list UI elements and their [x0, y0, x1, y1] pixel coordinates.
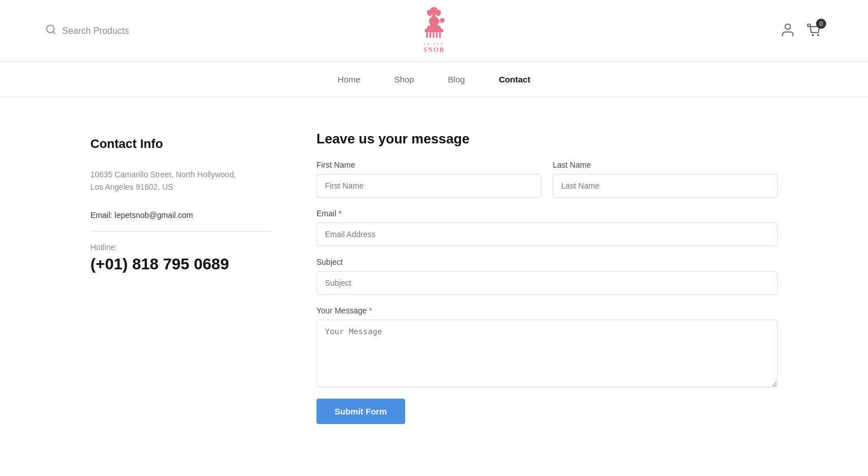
svg-rect-12 [436, 32, 437, 38]
contact-divider [90, 231, 271, 232]
contact-info-section: Contact Info 10635 Camarillo Street, Nor… [90, 131, 271, 424]
nav-shop[interactable]: Shop [394, 72, 414, 86]
subject-group: Subject [316, 257, 778, 295]
search-icon[interactable] [45, 24, 57, 38]
form-title: Leave us your message [316, 131, 778, 147]
subject-input[interactable] [316, 271, 778, 295]
message-textarea[interactable] [316, 320, 778, 387]
contact-info-title: Contact Info [90, 137, 271, 151]
svg-text:SNOB: SNOB [423, 46, 445, 53]
nav-contact[interactable]: Contact [499, 72, 531, 86]
svg-point-15 [436, 25, 441, 30]
user-icon[interactable] [780, 22, 796, 40]
nav-blog[interactable]: Blog [448, 72, 465, 86]
message-group: Your Message * [316, 306, 778, 387]
nav-home[interactable]: Home [338, 72, 361, 86]
email-input[interactable] [316, 222, 778, 246]
email-label: Email * [316, 209, 778, 218]
svg-rect-13 [439, 32, 441, 38]
svg-point-22 [817, 34, 819, 36]
svg-rect-9 [426, 32, 428, 38]
name-row: First Name Last Name [316, 160, 778, 198]
logo[interactable]: LE PET SNOB [409, 6, 459, 56]
first-name-label: First Name [316, 160, 541, 169]
cart-badge: 0 [816, 19, 826, 29]
header-center: LE PET SNOB [409, 6, 459, 56]
svg-rect-20 [808, 24, 810, 27]
header: Search Products [0, 0, 868, 62]
submit-button[interactable]: Submit Form [316, 399, 405, 424]
email-required: * [338, 209, 341, 218]
header-left: Search Products [45, 24, 434, 38]
contact-address: 10635 Camarillo Street, North Hollywood,… [90, 168, 271, 194]
hotline-label: Hotline: [90, 243, 271, 252]
first-name-group: First Name [316, 160, 541, 198]
contact-email: Email: lepetsnob@gmail.com [90, 211, 271, 220]
header-right: 0 [434, 22, 823, 40]
message-label: Your Message * [316, 306, 778, 315]
svg-point-14 [427, 25, 432, 30]
svg-text:LE PET: LE PET [424, 42, 444, 46]
subject-label: Subject [316, 257, 778, 267]
svg-rect-11 [433, 32, 435, 38]
last-name-input[interactable] [553, 174, 778, 198]
svg-rect-8 [425, 28, 444, 32]
contact-form-section: Leave us your message First Name Last Na… [316, 131, 778, 424]
message-required: * [369, 306, 372, 315]
svg-line-1 [53, 32, 55, 34]
svg-rect-10 [429, 32, 431, 38]
last-name-label: Last Name [553, 160, 778, 169]
email-group: Email * [316, 209, 778, 246]
first-name-input[interactable] [316, 174, 541, 198]
cart-icon[interactable]: 0 [807, 22, 823, 40]
svg-point-19 [785, 24, 790, 29]
search-text[interactable]: Search Products [62, 26, 129, 36]
svg-point-21 [812, 34, 814, 36]
hotline-number: (+01) 818 795 0689 [90, 255, 271, 273]
main-nav: Home Shop Blog Contact [0, 62, 868, 97]
last-name-group: Last Name [553, 160, 778, 198]
main-content: Contact Info 10635 Camarillo Street, Nor… [0, 97, 868, 458]
